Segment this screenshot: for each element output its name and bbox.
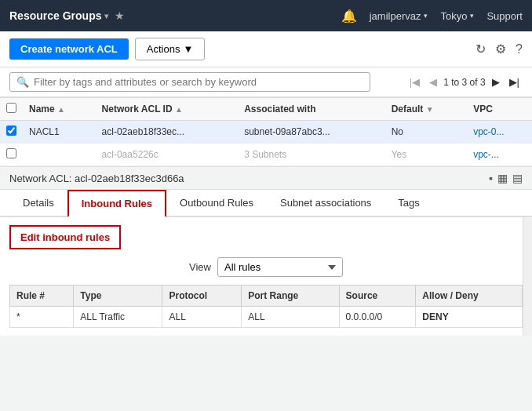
tab-tags[interactable]: Tags <box>384 190 432 217</box>
list-icon[interactable]: ▤ <box>512 172 523 184</box>
actions-button[interactable]: Actions ▼ <box>135 38 206 60</box>
name-sort-icon: ▲ <box>57 105 65 114</box>
col-default: Default ▼ <box>385 98 468 121</box>
toolbar: Create network ACL Actions ▼ ↻ ⚙ ? <box>0 31 532 67</box>
row-vpc: vpc-... <box>467 144 532 166</box>
settings-icon[interactable]: ⚙ <box>495 42 506 56</box>
rule-port-range: ALL <box>242 307 339 328</box>
col-type: Type <box>74 286 162 307</box>
col-allow-deny: Allow / Deny <box>416 286 523 307</box>
bell-icon[interactable]: 🔔 <box>341 9 357 24</box>
acl-label-icons: ▪ ▦ ▤ <box>489 172 523 184</box>
view-select[interactable]: All rules Custom rules AWS default rules <box>217 257 343 277</box>
row-vpc: vpc-0... <box>467 121 532 144</box>
row-checkbox[interactable] <box>6 125 16 136</box>
rule-row: * ALL Traffic ALL ALL 0.0.0.0/0 DENY <box>10 307 523 328</box>
edit-inbound-rules-button[interactable]: Edit inbound rules <box>9 225 121 249</box>
nav-title-chevron-icon: ▾ <box>104 12 108 20</box>
rule-allow-deny: DENY <box>416 307 523 328</box>
rules-table: Rule # Type Protocol Port Range Source A… <box>9 285 523 328</box>
user-chevron-icon: ▾ <box>424 12 428 20</box>
col-source: Source <box>339 286 416 307</box>
acl-label-text: Network ACL: acl-02aeb18f33ec3d66a <box>9 173 184 184</box>
pagination-next-button[interactable]: ▶ <box>489 75 503 89</box>
support-link[interactable]: Support <box>486 10 523 22</box>
col-port-range: Port Range <box>242 286 339 307</box>
search-input-wrap[interactable]: 🔍 <box>9 72 370 92</box>
tabs-bar: Details Inbound Rules Outbound Rules Sub… <box>0 190 532 217</box>
pagination: |◀ ◀ 1 to 3 of 3 ▶ ▶| <box>406 75 523 89</box>
search-input[interactable] <box>34 76 363 88</box>
toolbar-right: ↻ ⚙ ? <box>476 42 523 56</box>
view-row: View All rules Custom rules AWS default … <box>9 257 523 277</box>
nav-title-text: Resource Groups <box>9 9 101 22</box>
acl-label-bar: Network ACL: acl-02aeb18f33ec3d66a ▪ ▦ ▤ <box>0 167 532 190</box>
nav-right: 🔔 jamilpervaz ▾ Tokyo ▾ Support <box>341 9 523 24</box>
row-default: Yes <box>385 144 468 166</box>
username-label: jamilpervaz <box>370 10 421 22</box>
search-icon: 🔍 <box>16 76 29 88</box>
col-associated: Associated with <box>238 98 385 121</box>
content-inner: Edit inbound rules View All rules Custom… <box>0 217 532 336</box>
row-associated: subnet-09a87abc3... <box>238 121 385 144</box>
row-acl-id: acl-0aa5226c <box>96 144 239 166</box>
top-nav: Resource Groups ▾ ★ 🔔 jamilpervaz ▾ Toky… <box>0 0 532 31</box>
main-table-wrap: Name ▲ Network ACL ID ▲ Associated with … <box>0 97 532 167</box>
grid-icon[interactable]: ▦ <box>497 172 508 184</box>
rule-protocol: ALL <box>162 307 242 328</box>
col-rule-num: Rule # <box>10 286 74 307</box>
acl-id-sort-icon: ▲ <box>175 105 183 114</box>
nav-title[interactable]: Resource Groups ▾ <box>9 9 108 22</box>
actions-chevron-icon: ▼ <box>183 43 193 55</box>
pagination-last-button[interactable]: ▶| <box>506 75 523 89</box>
col-acl-id: Network ACL ID ▲ <box>96 98 239 121</box>
tab-inbound-rules[interactable]: Inbound Rules <box>67 190 166 217</box>
pagination-first-button[interactable]: |◀ <box>406 75 423 89</box>
rule-source: 0.0.0.0/0 <box>339 307 416 328</box>
content-area: Edit inbound rules View All rules Custom… <box>0 217 532 336</box>
favorites-star-icon[interactable]: ★ <box>115 9 125 22</box>
region-chevron-icon: ▾ <box>470 12 474 20</box>
region-menu[interactable]: Tokyo ▾ <box>440 10 474 22</box>
refresh-icon[interactable]: ↻ <box>476 42 486 56</box>
network-acl-table: Name ▲ Network ACL ID ▲ Associated with … <box>0 97 532 166</box>
tab-subnet-associations[interactable]: Subnet associations <box>267 190 384 217</box>
select-all-checkbox[interactable] <box>6 103 16 113</box>
search-bar: 🔍 |◀ ◀ 1 to 3 of 3 ▶ ▶| <box>0 67 532 97</box>
default-sort-icon: ▼ <box>426 105 434 114</box>
row-acl-id: acl-02aeb18f33ec... <box>96 121 239 144</box>
pagination-text: 1 to 3 of 3 <box>443 77 485 88</box>
col-checkbox <box>0 98 23 121</box>
col-protocol: Protocol <box>162 286 242 307</box>
row-name <box>23 144 96 166</box>
row-default: No <box>385 121 468 144</box>
rule-type: ALL Traffic <box>74 307 162 328</box>
row-checkbox-cell <box>0 144 23 166</box>
row-checkbox-cell <box>0 121 23 144</box>
tab-outbound-rules[interactable]: Outbound Rules <box>166 190 267 217</box>
row-name: NACL1 <box>23 121 96 144</box>
pagination-prev-button[interactable]: ◀ <box>426 75 440 89</box>
col-vpc: VPC <box>467 98 532 121</box>
actions-label: Actions <box>147 43 180 55</box>
vpc-link[interactable]: vpc-0... <box>473 126 504 137</box>
view-label: View <box>189 261 211 273</box>
tab-details[interactable]: Details <box>9 190 67 217</box>
create-network-acl-button[interactable]: Create network ACL <box>9 38 129 60</box>
table-row[interactable]: acl-0aa5226c 3 Subnets Yes vpc-... <box>0 144 532 166</box>
col-name: Name ▲ <box>23 98 96 121</box>
row-checkbox[interactable] <box>6 148 16 158</box>
table-row[interactable]: NACL1 acl-02aeb18f33ec... subnet-09a87ab… <box>0 121 532 144</box>
vpc-link[interactable]: vpc-... <box>473 149 499 160</box>
content-area-wrap: Edit inbound rules View All rules Custom… <box>0 217 532 336</box>
region-label: Tokyo <box>440 10 467 22</box>
rule-num: * <box>10 307 74 328</box>
view-icon[interactable]: ▪ <box>489 172 493 184</box>
row-associated: 3 Subnets <box>238 144 385 166</box>
user-menu[interactable]: jamilpervaz ▾ <box>370 10 428 22</box>
scrollbar[interactable] <box>523 217 532 336</box>
help-icon[interactable]: ? <box>516 42 523 56</box>
